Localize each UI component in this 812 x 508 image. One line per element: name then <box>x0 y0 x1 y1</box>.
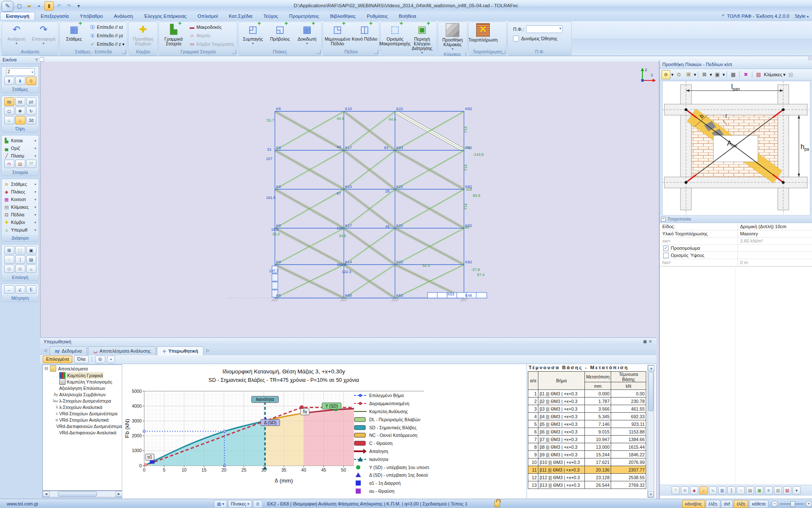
prop-row-hw-[interactable]: hw=0 m <box>660 259 812 266</box>
tab-αποτελέσματα-ανάλυσης[interactable]: ◡Αποτελέσματα Ανάλυσης <box>88 346 156 355</box>
horizontal-element-item[interactable]: ▄Οριζ▼ <box>3 144 38 152</box>
table-row[interactable]: 7β7 ||| ΘΜ3 | +x+0.310.9471384.66 <box>528 436 646 443</box>
tab-Ανάλυση[interactable]: Ανάλυση <box>108 12 138 20</box>
tree-item[interactable]: δγΑλληλουχία Συμβάντων <box>43 391 122 398</box>
tree-hscrollbar[interactable]: ◀▶ <box>42 491 123 497</box>
scroll-left-icon[interactable]: ◀ <box>43 491 49 497</box>
prop-row-προσομο-ωμα[interactable]: ✓Προσομοίωμα <box>660 245 812 252</box>
dialog-launcher-icon[interactable] <box>374 50 378 54</box>
mat-tool-icon[interactable]: ▦ <box>729 70 738 79</box>
tab-Επεξεργασία[interactable]: Επεξεργασία <box>35 12 74 20</box>
slab-icon[interactable]: ◈ <box>690 486 698 494</box>
checkbox-checked-icon[interactable]: ✓ <box>663 246 669 251</box>
μακροδοκός-button[interactable]: ▬Μακροδοκός <box>188 23 235 31</box>
prop-row-sw-[interactable]: sw=3.60 kN/m² <box>660 237 812 245</box>
dock-close-icon[interactable]: ✕ <box>649 339 654 344</box>
tree-item[interactable]: λλ-Στοιχείων Αναλυτικά <box>43 404 122 410</box>
pin-icon[interactable]: ⊤ <box>35 57 38 64</box>
select-house-icon[interactable]: ⌂ <box>26 265 36 273</box>
toggle-dxf[interactable]: dxf <box>721 500 733 508</box>
toggle-έλξη[interactable]: έλξη <box>734 500 748 508</box>
wire-view-icon[interactable]: ⌂ <box>15 116 25 124</box>
level-dropdown[interactable]: 2 <box>6 68 35 76</box>
table-row[interactable]: 2β2 ||| ΘΜ3 | +x+0.31.787230.78 <box>528 398 646 405</box>
style-menu[interactable]: Style <box>795 14 806 19</box>
συμπαγής-button[interactable]: ◰Συμπαγής▼ <box>239 22 266 49</box>
γραμμικ-στοιχεία-button[interactable]: ▙Γραμμικά Στοιχεία <box>160 22 187 49</box>
tree-item[interactable]: VRd-Διεπιφανειών Αναλυτικά <box>43 429 122 436</box>
filter-επιλεγμένα[interactable]: Επιλεγμένα <box>43 356 72 363</box>
select-props-icon[interactable]: ▤ <box>26 255 36 264</box>
tab-Έλεγχος Επάρκειας[interactable]: Έλεγχος Επάρκειας <box>138 12 192 20</box>
grid-tool-icon[interactable]: ⊞ <box>684 70 693 79</box>
tree-item[interactable]: Αξιολόγηση Επιλύσεων <box>43 385 122 391</box>
tables-dropdown[interactable]: Πίνακες▾ <box>228 500 252 508</box>
green-grid-icon[interactable]: ▦ <box>755 486 763 494</box>
dock-pin-icon[interactable]: ▣ <box>643 339 648 344</box>
scroll-right-icon[interactable]: ▶ <box>115 491 122 497</box>
filter-όλα[interactable]: Όλα <box>74 356 89 363</box>
μεμονωμ-νο-π-διλο-button[interactable]: ◳Μεμονωμένο Πέδιλο <box>324 22 351 49</box>
checkbox-icon[interactable] <box>663 253 669 258</box>
measure-distance-icon[interactable]: ↔ <box>4 285 14 294</box>
αναίρεση-button[interactable]: ↶Αναίρεση▼ <box>3 22 30 49</box>
view-3d-button[interactable]: 3d <box>26 116 36 124</box>
delete-tool-icon[interactable]: ✖ <box>741 70 750 79</box>
τοιχοπλήρωση-button[interactable]: Τοιχοπλήρωση <box>469 22 497 49</box>
table-row[interactable]: 9β9 ||| ΘΜ3 | +x+0.315.2441846.22 <box>528 451 646 458</box>
πρόβολος-button[interactable]: ◱Πρόβολος <box>266 22 294 49</box>
zoom-slider[interactable]: − + <box>771 501 812 507</box>
table-vscrollbar[interactable]: ▲ ▼ <box>647 365 654 498</box>
zoom-slider-thumb[interactable] <box>790 501 795 507</box>
tab-Υπόβαθρο[interactable]: Υπόβαθρο <box>74 12 109 20</box>
down-arrow-icon[interactable]: ⬇ <box>15 77 25 85</box>
doc-icon[interactable]: ▤ <box>746 486 754 494</box>
στ-θμες-button[interactable]: ▦Στάθμες <box>60 22 88 49</box>
up-arrow-icon[interactable]: ⬆ <box>4 77 14 85</box>
tab-Τεύχος[interactable]: Τεύχος <box>258 12 284 20</box>
table-row[interactable]: 8β8 ||| ΘΜ3 | +x+0.313.0001615.44 <box>528 443 646 451</box>
plane-xy-button[interactable]: xy <box>4 97 14 106</box>
list-view-button[interactable]: ≣ <box>253 500 263 508</box>
copy-button[interactable]: ⧉ <box>95 356 105 363</box>
scales-dropdown-label[interactable]: Κλίμακες <box>764 72 782 77</box>
collapse-icon[interactable]: − <box>661 217 666 221</box>
select-box-icon[interactable]: ▣ <box>26 246 36 254</box>
slabs-item[interactable]: ◈Πλάκες▼ <box>3 188 38 196</box>
collapse-icon[interactable]: ⊟ <box>44 366 48 371</box>
select-window-icon[interactable]: ⬚ <box>15 246 25 254</box>
wall-tool-icon[interactable]: ▤ <box>754 70 763 79</box>
style-menu-arrow-icon[interactable]: ▾ <box>807 15 809 19</box>
ορισμός-μακροπεριοχής-button[interactable]: ⬚Ορισμός Μακροπεριοχής <box>381 22 409 55</box>
επίπεδο-z-button[interactable]: ✓Επίπεδο // z ▾ <box>88 40 125 48</box>
lock-icon[interactable] <box>494 501 500 507</box>
pan-icon[interactable]: ✥ <box>15 107 25 115</box>
table-row[interactable]: 6β6 ||| ΘΜ3 | +x+0.39.0151153.88 <box>528 428 646 436</box>
tables-grid-button[interactable]: ▦▾ <box>214 500 227 508</box>
tree-item[interactable]: Καμπύλη Υπολογισμός <box>43 378 122 385</box>
προσθήκη-κόμβων-button[interactable]: ✚Προσθήκη Κόμβων <box>129 22 156 49</box>
plane-yz-button[interactable]: yz <box>26 97 36 106</box>
measure-entity-icon[interactable]: Ἐ <box>26 285 36 294</box>
tab-scroll-right-icon[interactable]: ▷ <box>204 348 211 353</box>
table-row[interactable]: 3β3 ||| ΘΜ3 | +x+0.33.566461.55 <box>528 405 646 413</box>
axes-icon[interactable]: ⤱ <box>26 160 36 168</box>
levels-item[interactable]: ≋Στάθμες▼ <box>3 180 38 188</box>
select-grid-icon[interactable]: ⊟ <box>4 265 14 273</box>
fictitious-element-item[interactable]: ╱Πλασμ▼ <box>3 152 38 160</box>
hatch-icon[interactable]: ▨ <box>774 486 782 494</box>
φορτία-button[interactable]: ∩Φορτία <box>188 32 235 39</box>
tab-scroll-left-icon[interactable]: ◁ <box>42 348 49 353</box>
tab-Εισαγωγή[interactable]: Εισαγωγή <box>0 12 35 20</box>
vertical-element-item[interactable]: ▙Κατακ▼ <box>3 137 38 144</box>
table-row[interactable]: 10β10 ||| ΘΜ3 | +x+0.317.6212076.99 <box>528 458 646 466</box>
menu-down-icon[interactable]: ▾ <box>793 486 801 494</box>
scroll-up-icon[interactable]: ▲ <box>648 365 655 371</box>
model-canvas[interactable]: K8K10K22K82K8K17K63K82K8K10K22K82K8K17K2… <box>40 62 657 337</box>
pin-icon[interactable]: ⊤ <box>672 486 680 494</box>
footing-tool-icon[interactable]: ⊙ <box>675 70 683 79</box>
select-line-icon[interactable]: ╎ <box>15 255 25 264</box>
plane-xz-button[interactable]: xz <box>15 97 25 106</box>
toggle-κάθετα[interactable]: κάθετα <box>749 500 768 508</box>
tree-item[interactable]: λωλ-Στοιχείων Δυσμενέστερα <box>43 398 122 404</box>
